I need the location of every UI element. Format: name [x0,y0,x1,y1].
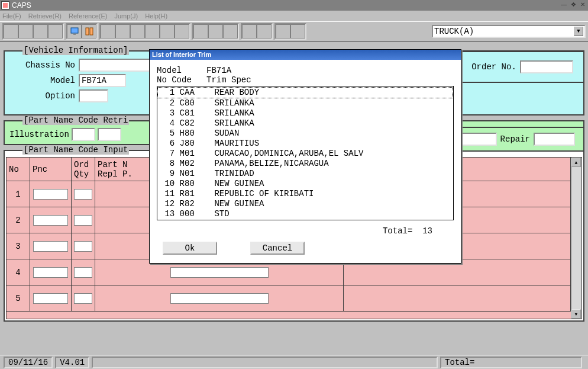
vehicle-type-dropdown[interactable]: TRUCK(A) ▼ [432,25,586,38]
menu-retrieve[interactable]: Retrieve(R) [28,12,62,20]
trim-list-item[interactable]: 6 J80 MAURITIUS [157,139,453,149]
input-panel-label: [Part Name Code Input [22,145,129,155]
dialog-model-line: Model FB71A [157,66,454,75]
menu-jump[interactable]: Jump(J) [114,12,138,20]
status-total: Total= [440,357,582,368]
pnc-input[interactable] [33,189,68,200]
dialog-title: List of Interior Trim [150,50,461,60]
row-no: 3 [7,233,30,259]
trim-list-item[interactable]: 9 N01 TRINIDAD [157,169,453,179]
title-bar: CAPS — ❖ ✕ [0,0,588,11]
col-pnc: Pnc [30,158,72,181]
toolbar-btn-7[interactable] [130,24,145,38]
vehicle-panel-label: [Vehicle Information] [22,46,129,55]
row-no: 4 [7,259,30,285]
trim-list-item[interactable]: 13 000 STD [157,209,453,219]
repair-panel: Repair [450,127,584,152]
menu-help[interactable]: Help(H) [145,12,167,20]
app-icon [1,1,9,9]
repair-input-left[interactable] [455,133,497,146]
toolbar-btn-6[interactable] [115,24,130,38]
retrieve-panel-label: [Part Name Code Retri [22,115,129,125]
toolbar-btn-2[interactable] [18,24,33,38]
toolbar-btn-5[interactable] [101,24,115,38]
menu-reference[interactable]: Reference(E) [69,12,107,20]
illustration-input-1[interactable] [72,128,95,141]
status-date: 09/11/16 [4,357,53,368]
toolbar: TRUCK(A) ▼ [0,21,588,42]
cancel-button[interactable]: Cancel [250,242,305,255]
minimize-button[interactable]: — [560,1,568,9]
pnc-input[interactable] [33,215,68,226]
svg-rect-0 [71,28,78,33]
trim-list-item[interactable]: 10 R80 NEW GUINEA [157,179,453,189]
toolbar-btn-11[interactable] [193,24,208,38]
qty-input[interactable] [74,189,93,200]
status-version: V4.01 [55,357,89,368]
maximize-button[interactable]: ❖ [569,1,577,9]
repair-input-right[interactable] [534,133,575,146]
toolbar-btn-1[interactable] [4,24,18,38]
svg-rect-1 [73,34,76,35]
trim-list-item[interactable]: 8 M02 PANAMA,BELIZE,NICARAGUA [157,159,453,169]
scroll-down-icon[interactable]: ▼ [571,309,581,319]
toolbar-btn-14[interactable] [242,24,257,38]
dialog-total: Total= 13 [157,220,454,242]
toolbar-btn-9[interactable] [160,24,175,38]
toolbar-btn-15[interactable] [257,24,272,38]
row-no: 5 [7,285,30,311]
ok-button[interactable]: Ok [163,242,217,255]
qty-input[interactable] [74,293,93,304]
qty-input[interactable] [74,267,93,278]
dialog-column-header: No Code Trim Spec [157,75,454,85]
toolbar-btn-16[interactable] [276,24,290,38]
model-input[interactable]: FB71A [79,74,126,87]
scroll-up-icon[interactable]: ▲ [571,158,581,167]
order-input[interactable] [520,60,573,73]
toolbar-btn-17[interactable] [290,24,305,38]
trim-list-item[interactable]: 4 C82 SRILANKA [157,118,453,129]
toolbar-btn-book[interactable] [82,24,96,38]
toolbar-btn-4[interactable] [48,24,63,38]
part-input[interactable] [170,267,269,278]
trim-list-item[interactable]: 12 R82 NEW GUINEA [157,199,453,209]
toolbar-btn-8[interactable] [145,24,160,38]
illustration-input-2[interactable] [98,128,121,141]
trim-list-item[interactable]: 11 R81 REPUBLIC OF KIRIBATI [157,189,453,199]
trim-list[interactable]: 1 CAA REAR BODY 2 C80 SRILANKA 3 C81 SRI… [157,86,454,220]
toolbar-btn-monitor[interactable] [67,24,82,38]
trim-list-item[interactable]: 1 CAA REAR BODY [157,87,453,98]
table-row: 5 [7,285,571,312]
trim-list-item[interactable]: 3 C81 SRILANKA [157,108,453,118]
pnc-input[interactable] [33,293,68,304]
toolbar-btn-10[interactable] [175,24,189,38]
trim-list-item[interactable]: 2 C80 SRILANKA [157,98,453,108]
toolbar-btn-12[interactable] [208,24,223,38]
svg-rect-2 [86,28,89,35]
trim-list-item[interactable]: 7 M01 CURACAO,DOMINICA,ARUBA,EL SALV [157,149,453,159]
menu-bar: File(F) Retrieve(R) Reference(E) Jump(J)… [0,11,588,21]
row-no: 1 [7,181,30,207]
chassis-label: Chassis No [11,60,79,70]
qty-input[interactable] [74,215,93,226]
close-button[interactable]: ✕ [579,1,587,9]
grid-scrollbar[interactable]: ▲ ▼ [571,158,581,319]
window-title: CAPS [12,1,558,9]
col-qty: Ord Qty [72,158,95,181]
svg-rect-3 [90,28,93,35]
model-label: Model [11,76,79,85]
pnc-input[interactable] [33,267,68,278]
qty-input[interactable] [74,241,93,252]
vehicle-type-value: TRUCK(A) [434,27,474,36]
menu-file[interactable]: File(F) [2,12,21,20]
status-bar: 09/11/16 V4.01 Total= [0,355,588,369]
model-value: FB71A [82,76,106,85]
trim-list-item[interactable]: 5 H80 SUDAN [157,129,453,139]
price-cell [344,285,571,311]
pnc-input[interactable] [33,241,68,252]
option-input[interactable] [79,89,108,102]
part-input[interactable] [170,293,269,304]
toolbar-btn-3[interactable] [33,24,48,38]
toolbar-btn-13[interactable] [223,24,238,38]
row-no: 2 [7,207,30,233]
